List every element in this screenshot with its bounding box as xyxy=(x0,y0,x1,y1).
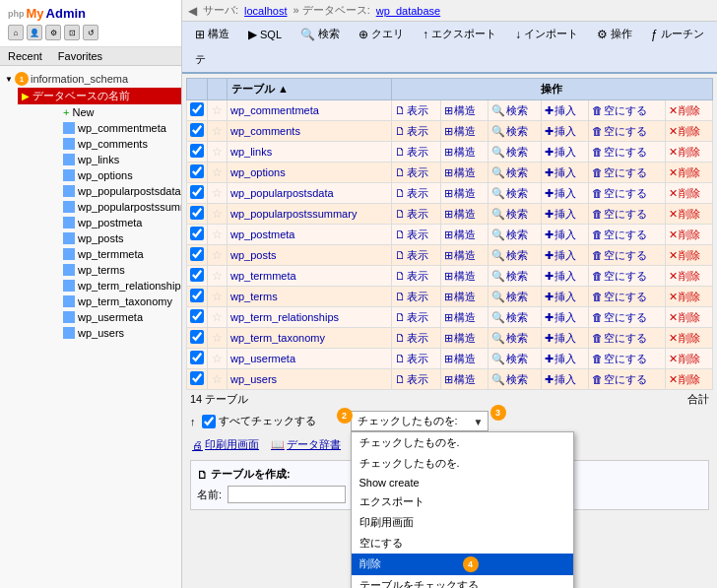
tree-item-new[interactable]: + New xyxy=(35,104,181,120)
drop-action[interactable]: ✕ 削除 xyxy=(669,165,700,180)
tab-export[interactable]: ↑ エクスポート xyxy=(414,22,505,46)
drop-action[interactable]: ✕ 削除 xyxy=(669,103,700,118)
tree-table-wp_posts[interactable]: wp_posts xyxy=(35,230,181,246)
row-checkbox[interactable] xyxy=(190,123,204,137)
drop-action[interactable]: ✕ 削除 xyxy=(669,145,700,160)
browse-action[interactable]: 🗋 表示 xyxy=(395,310,428,325)
star-icon[interactable]: ☆ xyxy=(212,207,223,221)
star-icon[interactable]: ☆ xyxy=(212,290,223,303)
check-all-checkbox[interactable] xyxy=(202,415,216,428)
structure-action[interactable]: ⊞ 構造 xyxy=(444,228,476,242)
table-name-link[interactable]: wp_posts xyxy=(230,249,276,261)
insert-action[interactable]: ✚ 挿入 xyxy=(545,186,576,201)
dropdown-item-drop[interactable]: 削除 4 xyxy=(352,554,573,575)
structure-action[interactable]: ⊞ 構造 xyxy=(444,165,476,180)
tab-import[interactable]: ↓ インポート xyxy=(506,22,587,46)
table-name-link[interactable]: wp_term_taxonomy xyxy=(230,332,325,344)
search-action[interactable]: 🔍 検索 xyxy=(491,290,528,304)
drop-action[interactable]: ✕ 削除 xyxy=(669,352,700,366)
browse-action[interactable]: 🗋 表示 xyxy=(395,124,428,139)
search-action[interactable]: 🔍 検索 xyxy=(491,248,528,263)
print-link[interactable]: 🖨 印刷用画面 xyxy=(192,437,259,452)
empty-action[interactable]: 🗑 空にする xyxy=(592,103,647,118)
star-icon[interactable]: ☆ xyxy=(212,165,223,179)
dict-link[interactable]: 📖 データ辞書 xyxy=(271,437,341,452)
tab-routines[interactable]: ƒ ルーチン xyxy=(642,22,713,46)
star-icon[interactable]: ☆ xyxy=(212,186,223,200)
dropdown-item-print[interactable]: 印刷用画面 xyxy=(352,512,573,533)
row-checkbox[interactable] xyxy=(190,309,204,323)
table-name-link[interactable]: wp_users xyxy=(230,373,277,385)
star-icon[interactable]: ☆ xyxy=(212,248,223,262)
drop-action[interactable]: ✕ 削除 xyxy=(669,269,700,284)
search-action[interactable]: 🔍 検索 xyxy=(491,207,528,222)
empty-action[interactable]: 🗑 空にする xyxy=(592,248,647,263)
drop-action[interactable]: ✕ 削除 xyxy=(669,331,700,346)
star-icon[interactable]: ☆ xyxy=(212,103,223,117)
dropdown-item-uncheck[interactable]: チェックしたものを. xyxy=(352,453,573,474)
structure-action[interactable]: ⊞ 構造 xyxy=(444,310,476,325)
insert-action[interactable]: ✚ 挿入 xyxy=(545,124,576,139)
tree-table-wp_commentmeta[interactable]: wp_commentmeta xyxy=(35,120,181,136)
dropdown-item-empty[interactable]: 空にする xyxy=(352,533,573,554)
browse-action[interactable]: 🗋 表示 xyxy=(395,269,428,284)
table-name-link[interactable]: wp_term_relationships xyxy=(230,311,339,323)
empty-action[interactable]: 🗑 空にする xyxy=(592,352,647,366)
tab-t[interactable]: テ xyxy=(186,47,215,72)
structure-action[interactable]: ⊞ 構造 xyxy=(444,207,476,222)
row-checkbox[interactable] xyxy=(190,227,204,240)
search-action[interactable]: 🔍 検索 xyxy=(491,145,528,160)
row-checkbox[interactable] xyxy=(190,371,204,385)
browse-action[interactable]: 🗋 表示 xyxy=(395,228,428,242)
breadcrumb-back-arrow[interactable]: ◀ xyxy=(188,4,197,18)
tree-table-wp_termmeta[interactable]: wp_termmeta xyxy=(35,246,181,262)
structure-action[interactable]: ⊞ 構造 xyxy=(444,103,476,118)
empty-action[interactable]: 🗑 空にする xyxy=(592,165,647,180)
search-action[interactable]: 🔍 検索 xyxy=(491,269,528,284)
browse-action[interactable]: 🗋 表示 xyxy=(395,165,428,180)
table-name-link[interactable]: wp_options xyxy=(230,166,286,178)
tab-structure[interactable]: ⊞ 構造 xyxy=(186,22,238,46)
star-icon[interactable]: ☆ xyxy=(212,310,223,324)
exit-icon[interactable]: ⊡ xyxy=(64,25,80,40)
star-icon[interactable]: ☆ xyxy=(212,145,223,159)
search-action[interactable]: 🔍 検索 xyxy=(491,124,528,139)
dropdown-item-export[interactable]: エクスポート xyxy=(352,491,573,512)
row-checkbox[interactable] xyxy=(190,144,204,158)
tab-query[interactable]: ⊕ クエリ xyxy=(350,22,413,46)
browse-action[interactable]: 🗋 表示 xyxy=(395,372,428,387)
db-crumb-value[interactable]: wp_database xyxy=(376,5,440,17)
structure-action[interactable]: ⊞ 構造 xyxy=(444,372,476,387)
search-action[interactable]: 🔍 検索 xyxy=(491,103,528,118)
structure-action[interactable]: ⊞ 構造 xyxy=(444,269,476,284)
refresh-icon[interactable]: ↺ xyxy=(83,25,98,40)
table-name-link[interactable]: wp_links xyxy=(230,146,272,158)
insert-action[interactable]: ✚ 挿入 xyxy=(545,145,576,160)
tab-operations[interactable]: ⚙ 操作 xyxy=(588,22,641,46)
drop-action[interactable]: ✕ 削除 xyxy=(669,290,700,304)
tab-recent[interactable]: Recent xyxy=(0,47,50,65)
insert-action[interactable]: ✚ 挿入 xyxy=(545,372,576,387)
table-name-input[interactable] xyxy=(228,486,346,503)
insert-action[interactable]: ✚ 挿入 xyxy=(545,165,576,180)
row-checkbox[interactable] xyxy=(190,330,204,344)
empty-action[interactable]: 🗑 空にする xyxy=(592,145,647,160)
drop-action[interactable]: ✕ 削除 xyxy=(669,310,700,325)
drop-action[interactable]: ✕ 削除 xyxy=(669,228,700,242)
tab-favorites[interactable]: Favorites xyxy=(50,47,110,65)
star-icon[interactable]: ☆ xyxy=(212,331,223,345)
table-name-link[interactable]: wp_postmeta xyxy=(230,229,294,240)
home-icon[interactable]: ⌂ xyxy=(8,25,24,40)
structure-action[interactable]: ⊞ 構造 xyxy=(444,145,476,160)
structure-action[interactable]: ⊞ 構造 xyxy=(444,331,476,346)
settings-icon[interactable]: ⚙ xyxy=(45,25,61,40)
tree-table-wp_links[interactable]: wp_links xyxy=(35,152,181,167)
browse-action[interactable]: 🗋 表示 xyxy=(395,103,428,118)
empty-action[interactable]: 🗑 空にする xyxy=(592,269,647,284)
empty-action[interactable]: 🗑 空にする xyxy=(592,372,647,387)
empty-action[interactable]: 🗑 空にする xyxy=(592,207,647,222)
insert-action[interactable]: ✚ 挿入 xyxy=(545,103,576,118)
drop-action[interactable]: ✕ 削除 xyxy=(669,186,700,201)
row-checkbox[interactable] xyxy=(190,102,204,116)
star-icon[interactable]: ☆ xyxy=(212,228,223,241)
